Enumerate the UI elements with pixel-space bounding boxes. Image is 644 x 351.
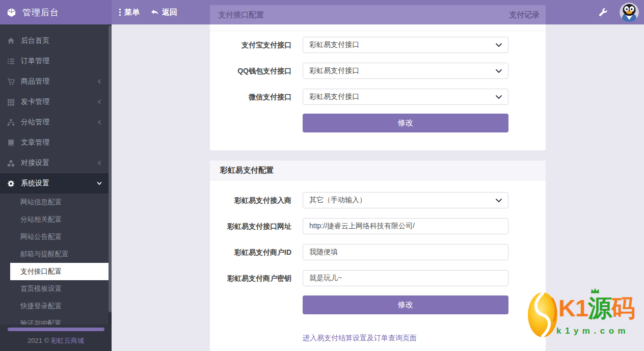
chevron-down-icon xyxy=(496,199,502,203)
payment-records-link[interactable]: 支付记录 xyxy=(509,5,540,24)
watermark-ma: 码 xyxy=(611,294,635,321)
epay-url-input[interactable] xyxy=(303,218,508,234)
chevron-left-icon xyxy=(97,120,102,125)
watermark-yuan: 源 xyxy=(588,294,611,321)
select-value: 其它（手动输入） xyxy=(309,196,366,205)
alipay-gateway-label: 支付宝支付接口 xyxy=(210,37,291,53)
cube-logo-icon xyxy=(7,8,16,17)
submenu-label: 分站相关配置 xyxy=(20,215,62,224)
sidebar-scrollbar-thumb[interactable] xyxy=(109,25,112,312)
sidebar-item-substations[interactable]: 分站管理 xyxy=(0,112,109,132)
list-icon xyxy=(7,58,15,65)
sidebar-item-orders[interactable]: 订单管理 xyxy=(0,51,109,71)
sidebar-item-articles[interactable]: 文章管理 xyxy=(0,132,109,153)
submenu-item-substation-config[interactable]: 分站相关配置 xyxy=(0,211,109,228)
chevron-down-icon xyxy=(97,181,102,186)
epay-provider-select[interactable]: 其它（手动输入） xyxy=(303,192,508,208)
sidebar-item-cards[interactable]: 发卡管理 xyxy=(0,92,109,112)
sidebar-item-label: 发卡管理 xyxy=(21,97,49,106)
qq-wallet-gateway-label: QQ钱包支付接口 xyxy=(210,63,291,79)
page-header-strip: 支付接口配置 支付记录 xyxy=(210,5,546,24)
submenu-label: 邮箱与提醒配置 xyxy=(20,250,69,259)
submenu-label: 网站信息配置 xyxy=(20,198,62,207)
sidebar-item-label: 分站管理 xyxy=(21,118,49,127)
horizontal-scrollbar-thumb[interactable] xyxy=(8,328,104,331)
page-title: 支付接口配置 xyxy=(218,5,264,24)
avatar[interactable] xyxy=(620,3,639,22)
sidebar-item-label: 商品管理 xyxy=(21,77,49,86)
sidebar-item-label: 订单管理 xyxy=(21,57,49,66)
back-arrow-icon xyxy=(151,9,159,16)
crown-icon xyxy=(590,287,600,294)
sidebar-item-system-settings[interactable]: 系统设置 xyxy=(0,173,109,194)
copyright-text: 2021 © xyxy=(28,337,51,344)
epay-provider-label: 彩虹易支付接入商 xyxy=(210,192,291,208)
chevron-left-icon xyxy=(97,99,102,104)
cubes-icon xyxy=(7,159,15,167)
payment-interface-card: 支付宝支付接口 彩虹易支付接口 QQ钱包支付接口 彩虹易支付接口 微信支付接口 … xyxy=(210,5,546,150)
submenu-item-announcement[interactable]: 网站公告配置 xyxy=(0,228,109,246)
brand-title: 管理后台 xyxy=(22,7,59,18)
sidebar-item-label: 文章管理 xyxy=(21,138,49,147)
watermark-k1: K1 xyxy=(558,294,588,321)
select-value: 彩虹易支付接口 xyxy=(309,40,359,49)
epay-merchant-id-label: 彩虹易支付商户ID xyxy=(210,244,291,260)
chevron-down-icon xyxy=(496,43,502,47)
submenu-item-payment-interface[interactable]: 支付接口配置 xyxy=(10,263,111,280)
brand[interactable]: 管理后台 xyxy=(0,0,112,24)
watermark-title: K1源码 xyxy=(558,292,635,325)
submenu-label: 快捷登录配置 xyxy=(20,302,62,311)
sitemap-icon xyxy=(7,119,15,126)
menu-label: 菜单 xyxy=(124,8,140,17)
epay-card-title: 彩虹易支付配置 xyxy=(210,160,546,180)
grid-icon xyxy=(7,98,15,106)
chevron-left-icon xyxy=(97,160,102,166)
sidebar-item-label: 系统设置 xyxy=(21,179,49,188)
alipay-gateway-select[interactable]: 彩虹易支付接口 xyxy=(303,37,508,53)
modify-button[interactable]: 修改 xyxy=(303,114,508,132)
cart-icon xyxy=(7,78,15,86)
submenu-label: 首页模板设置 xyxy=(20,284,62,293)
sidebar: 管理后台 后台首页 订单管理 商品管理 发卡管理 分站管理 文章管理 对接设置 … xyxy=(0,0,112,351)
submenu-label: 网站公告配置 xyxy=(20,232,62,241)
wechat-gateway-label: 微信支付接口 xyxy=(210,89,291,105)
book-icon xyxy=(7,139,15,147)
submenu-item-home-template[interactable]: 首页模板设置 xyxy=(0,280,109,298)
epay-merchant-key-label: 彩虹易支付商户密钥 xyxy=(210,270,291,286)
submenu-item-email-reminder[interactable]: 邮箱与提醒配置 xyxy=(0,246,109,263)
home-icon xyxy=(7,37,15,45)
gear-icon xyxy=(7,180,15,187)
sidebar-item-home[interactable]: 后台首页 xyxy=(0,31,109,51)
epay-merchant-id-input[interactable] xyxy=(303,244,508,260)
sidebar-item-label: 对接设置 xyxy=(21,158,49,168)
back-button[interactable]: 返回 xyxy=(151,8,177,17)
topbar-right-group xyxy=(599,0,639,24)
chevron-left-icon xyxy=(97,79,102,84)
modify-button[interactable]: 修改 xyxy=(303,295,508,314)
footer-brand-link[interactable]: 彩虹云商城 xyxy=(51,337,84,344)
back-label: 返回 xyxy=(162,8,177,17)
epay-url-label: 彩虹易支付接口网址 xyxy=(210,218,291,234)
chevron-down-icon xyxy=(496,95,502,99)
qq-wallet-gateway-select[interactable]: 彩虹易支付接口 xyxy=(303,63,508,79)
epay-merchant-key-input[interactable] xyxy=(303,270,508,286)
submenu-item-site-info[interactable]: 网站信息配置 xyxy=(0,194,109,211)
select-value: 彩虹易支付接口 xyxy=(309,66,359,75)
watermark-domain: k1ym.com xyxy=(556,326,629,336)
top-navbar: 支付接口配置 支付记录 菜单 返回 xyxy=(112,0,644,24)
epay-settlement-link[interactable]: 进入易支付结算设置及订单查询页面 xyxy=(303,334,417,343)
submenu-label: 支付接口配置 xyxy=(20,267,62,276)
epay-config-card: 彩虹易支付配置 彩虹易支付接入商 其它（手动输入） 彩虹易支付接口网址 彩虹易支… xyxy=(210,160,546,351)
sidebar-item-products[interactable]: 商品管理 xyxy=(0,71,109,92)
kebab-menu-icon xyxy=(119,8,121,16)
sidebar-item-docking[interactable]: 对接设置 xyxy=(0,153,109,173)
wrench-icon[interactable] xyxy=(599,8,607,17)
sidebar-item-label: 后台首页 xyxy=(21,36,49,45)
menu-toggle-button[interactable]: 菜单 xyxy=(119,8,140,17)
wechat-gateway-select[interactable]: 彩虹易支付接口 xyxy=(303,89,508,105)
chevron-down-icon xyxy=(496,69,502,73)
select-value: 彩虹易支付接口 xyxy=(309,92,359,101)
submenu-item-quick-login[interactable]: 快捷登录配置 xyxy=(0,298,109,315)
topbar-left-group: 菜单 返回 xyxy=(119,0,177,24)
